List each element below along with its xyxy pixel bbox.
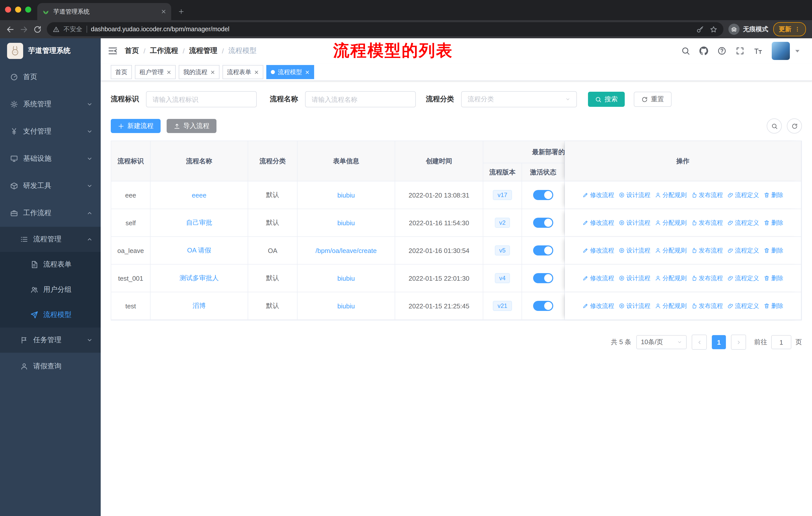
- process-name-link[interactable]: 滔博: [193, 302, 206, 309]
- reset-button[interactable]: 重置: [634, 92, 671, 107]
- reload-icon[interactable]: [33, 25, 42, 33]
- design-process-link[interactable]: 设计流程: [619, 302, 650, 310]
- filter-name-input[interactable]: [305, 91, 416, 107]
- github-icon[interactable]: [699, 46, 708, 55]
- process-name-link[interactable]: eeee: [192, 191, 206, 199]
- form-info-link[interactable]: /bpm/oa/leave/create: [316, 247, 377, 254]
- create-process-button[interactable]: 新建流程: [111, 119, 161, 133]
- assign-rule-link[interactable]: 分配规则: [655, 191, 687, 199]
- publish-process-link[interactable]: 发布流程: [691, 191, 723, 199]
- sidebar-item-devtools[interactable]: 研发工具: [0, 172, 101, 199]
- delete-process-link[interactable]: 删除: [764, 246, 783, 255]
- fullscreen-icon[interactable]: [735, 46, 745, 55]
- publish-process-link[interactable]: 发布流程: [691, 302, 723, 310]
- sidebar-item-process-model[interactable]: 流程模型: [0, 302, 101, 328]
- edit-process-link[interactable]: 修改流程: [582, 274, 614, 282]
- design-process-link[interactable]: 设计流程: [619, 191, 650, 199]
- tag-process-form[interactable]: 流程表单: [223, 65, 263, 79]
- sidebar-item-infra[interactable]: 基础设施: [0, 145, 101, 172]
- delete-process-link[interactable]: 删除: [764, 218, 783, 227]
- search-button[interactable]: 搜索: [588, 92, 625, 107]
- prev-page-button[interactable]: [692, 334, 707, 350]
- font-size-icon[interactable]: [754, 46, 763, 55]
- sidebar-item-process-form[interactable]: 流程表单: [0, 252, 101, 277]
- sidebar-item-process-mgmt[interactable]: 流程管理: [0, 227, 101, 252]
- user-menu[interactable]: [772, 42, 802, 60]
- form-info-link[interactable]: biubiu: [337, 274, 355, 282]
- tag-close-icon[interactable]: [210, 70, 215, 74]
- process-definition-link[interactable]: 流程定义: [727, 302, 759, 310]
- refresh-table-button[interactable]: [787, 118, 802, 134]
- tag-close-icon[interactable]: [305, 70, 310, 74]
- form-info-link[interactable]: biubiu: [337, 191, 355, 199]
- publish-process-link[interactable]: 发布流程: [691, 274, 723, 282]
- minimize-window-button[interactable]: [15, 6, 21, 12]
- sidebar-fold-icon[interactable]: [108, 46, 118, 56]
- edit-process-link[interactable]: 修改流程: [582, 246, 614, 255]
- page-number-1[interactable]: 1: [712, 335, 726, 349]
- filter-id-input[interactable]: [146, 91, 257, 107]
- design-process-link[interactable]: 设计流程: [619, 246, 650, 255]
- goto-page-input[interactable]: [771, 335, 791, 349]
- process-definition-link[interactable]: 流程定义: [727, 191, 759, 199]
- design-process-link[interactable]: 设计流程: [619, 274, 650, 282]
- breadcrumb-workflow[interactable]: 工作流程: [150, 46, 178, 55]
- version-tag[interactable]: v5: [495, 245, 510, 255]
- search-icon[interactable]: [681, 46, 690, 55]
- process-definition-link[interactable]: 流程定义: [727, 218, 759, 227]
- breadcrumb-process-mgmt[interactable]: 流程管理: [189, 46, 218, 55]
- assign-rule-link[interactable]: 分配规则: [655, 218, 687, 227]
- assign-rule-link[interactable]: 分配规则: [655, 302, 687, 310]
- kebab-menu-icon[interactable]: [794, 26, 801, 32]
- active-switch[interactable]: [533, 273, 553, 283]
- edit-process-link[interactable]: 修改流程: [582, 191, 614, 199]
- version-tag[interactable]: v21: [493, 301, 512, 311]
- sidebar-item-system[interactable]: 系统管理: [0, 91, 101, 118]
- password-key-icon[interactable]: [696, 25, 704, 33]
- tag-close-icon[interactable]: [254, 70, 259, 74]
- assign-rule-link[interactable]: 分配规则: [655, 246, 687, 255]
- publish-process-link[interactable]: 发布流程: [691, 246, 723, 255]
- tag-home[interactable]: 首页: [111, 65, 132, 79]
- next-page-button[interactable]: [731, 334, 746, 350]
- process-name-link[interactable]: 测试多审批人: [179, 274, 219, 282]
- sidebar-item-payment[interactable]: 支付管理: [0, 118, 101, 145]
- tag-my-process[interactable]: 我的流程: [179, 65, 220, 79]
- process-definition-link[interactable]: 流程定义: [727, 274, 759, 282]
- help-icon[interactable]: [717, 46, 726, 55]
- delete-process-link[interactable]: 删除: [764, 274, 783, 282]
- sidebar-item-user-group[interactable]: 用户分组: [0, 277, 101, 302]
- toggle-search-button[interactable]: [767, 118, 782, 134]
- process-definition-link[interactable]: 流程定义: [727, 246, 759, 255]
- delete-process-link[interactable]: 删除: [764, 191, 783, 199]
- filter-category-select[interactable]: 流程分类: [461, 91, 577, 107]
- process-name-link[interactable]: OA 请假: [187, 246, 211, 254]
- design-process-link[interactable]: 设计流程: [619, 218, 650, 227]
- assign-rule-link[interactable]: 分配规则: [655, 274, 687, 282]
- breadcrumb-home[interactable]: 首页: [125, 46, 139, 55]
- active-switch[interactable]: [533, 301, 553, 311]
- version-tag[interactable]: v4: [495, 273, 510, 283]
- tab-close-icon[interactable]: [161, 9, 166, 14]
- tag-process-model[interactable]: 流程模型: [266, 65, 314, 79]
- address-bar[interactable]: 不安全 dashboard.yudao.iocoder.cn/bpm/manag…: [47, 22, 723, 36]
- forward-icon[interactable]: [20, 25, 28, 33]
- bookmark-star-icon[interactable]: [710, 25, 717, 33]
- edit-process-link[interactable]: 修改流程: [582, 218, 614, 227]
- sidebar-item-leave-query[interactable]: 请假查询: [0, 353, 101, 380]
- user-avatar[interactable]: [772, 42, 790, 60]
- new-tab-button[interactable]: [178, 8, 184, 15]
- active-switch[interactable]: [533, 218, 553, 228]
- edit-process-link[interactable]: 修改流程: [582, 302, 614, 310]
- tag-tenant[interactable]: 租户管理: [135, 65, 176, 79]
- import-process-button[interactable]: 导入流程: [167, 119, 216, 133]
- sidebar-item-home[interactable]: 首页: [0, 63, 101, 91]
- tag-close-icon[interactable]: [167, 70, 171, 74]
- zoom-window-button[interactable]: [25, 6, 31, 12]
- page-size-select[interactable]: 10条/页: [636, 335, 687, 349]
- process-name-link[interactable]: 自己审批: [186, 219, 212, 226]
- delete-process-link[interactable]: 删除: [764, 302, 783, 310]
- active-switch[interactable]: [533, 245, 553, 255]
- sidebar-item-workflow[interactable]: 工作流程: [0, 199, 101, 227]
- publish-process-link[interactable]: 发布流程: [691, 218, 723, 227]
